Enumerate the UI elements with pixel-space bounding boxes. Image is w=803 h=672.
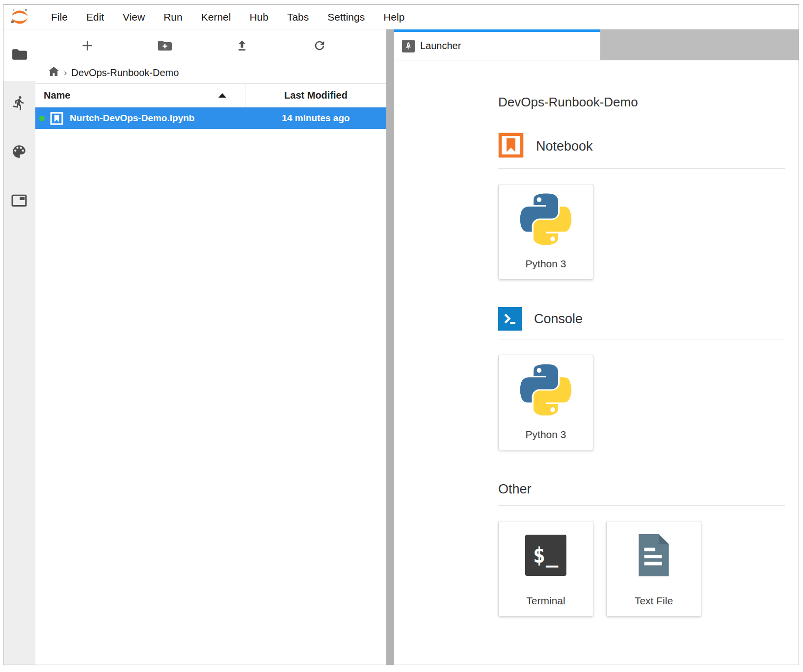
activity-sidebar bbox=[3, 29, 35, 665]
tab-launcher[interactable]: Launcher bbox=[394, 29, 600, 60]
launcher-panel: DevOps-Runbook-Demo Notebook bbox=[394, 60, 799, 665]
home-icon[interactable] bbox=[48, 66, 59, 79]
open-tabs-icon[interactable] bbox=[11, 194, 27, 209]
console-cards: Python 3 bbox=[498, 355, 785, 450]
menu-edit[interactable]: Edit bbox=[77, 11, 113, 23]
refresh-icon[interactable] bbox=[312, 38, 327, 53]
notebook-cards: Python 3 bbox=[498, 184, 785, 280]
section-header-console: Console bbox=[498, 307, 785, 331]
file-list-empty-area bbox=[35, 129, 386, 665]
file-row-selected[interactable]: Nurtch-DevOps-Demo.ipynb 14 minutes ago bbox=[35, 107, 386, 129]
upload-icon[interactable] bbox=[234, 38, 250, 53]
section-divider bbox=[498, 339, 785, 339]
panel-splitter-handle[interactable] bbox=[386, 29, 394, 665]
column-header-name[interactable]: Name bbox=[35, 84, 245, 107]
python-logo-icon bbox=[520, 363, 572, 417]
commands-palette-icon[interactable] bbox=[11, 143, 27, 162]
main-area: › DevOps-Runbook-Demo Name Last Modified bbox=[3, 29, 799, 665]
section-label-console: Console bbox=[534, 311, 583, 327]
breadcrumb: › DevOps-Runbook-Demo bbox=[35, 62, 386, 83]
file-browser-panel: › DevOps-Runbook-Demo Name Last Modified bbox=[35, 29, 386, 665]
file-browser-toolbar bbox=[35, 29, 386, 62]
running-sessions-icon[interactable] bbox=[11, 95, 27, 113]
dock-tab-bar: Launcher bbox=[394, 29, 799, 60]
terminal-icon: $_ bbox=[525, 535, 566, 576]
breadcrumb-separator: › bbox=[64, 67, 67, 78]
file-last-modified: 14 minutes ago bbox=[282, 113, 349, 124]
menu-view[interactable]: View bbox=[113, 11, 154, 23]
card-label-python3: Python 3 bbox=[526, 429, 566, 440]
launcher-rocket-icon bbox=[402, 40, 415, 52]
file-row-name-cell: Nurtch-DevOps-Demo.ipynb bbox=[35, 107, 245, 129]
launcher-card-terminal[interactable]: $_ Terminal bbox=[498, 521, 593, 617]
dock-panel: Launcher DevOps-Runbook-Demo Notebook bbox=[394, 29, 799, 665]
name-column-label: Name bbox=[44, 90, 70, 101]
launcher-cwd-title: DevOps-Runbook-Demo bbox=[498, 95, 785, 110]
menu-kernel[interactable]: Kernel bbox=[192, 11, 241, 23]
tab-launcher-label: Launcher bbox=[420, 40, 461, 52]
new-launcher-plus-icon[interactable] bbox=[80, 38, 95, 53]
file-name: Nurtch-DevOps-Demo.ipynb bbox=[70, 113, 194, 124]
menu-help[interactable]: Help bbox=[374, 11, 414, 23]
breadcrumb-current-folder[interactable]: DevOps-Runbook-Demo bbox=[71, 67, 179, 78]
python-logo-icon bbox=[520, 193, 572, 247]
sort-ascending-icon bbox=[218, 93, 226, 98]
card-label-terminal: Terminal bbox=[526, 595, 565, 607]
last-modified-column-label: Last Modified bbox=[284, 90, 348, 101]
file-list-header: Name Last Modified bbox=[35, 83, 386, 107]
menu-bar: File Edit View Run Kernel Hub Tabs Setti… bbox=[3, 5, 799, 29]
menu-file[interactable]: File bbox=[42, 11, 77, 23]
card-label-text-file: Text File bbox=[635, 595, 673, 607]
notebook-file-icon bbox=[50, 112, 63, 125]
kernel-running-dot bbox=[39, 116, 45, 121]
console-icon bbox=[498, 307, 522, 331]
new-folder-icon[interactable] bbox=[157, 38, 173, 53]
launcher-card-console-python3[interactable]: Python 3 bbox=[498, 355, 593, 450]
folder-icon bbox=[12, 48, 27, 63]
jupyterlab-window: File Edit View Run Kernel Hub Tabs Setti… bbox=[3, 4, 799, 665]
section-header-other: Other bbox=[498, 482, 785, 497]
section-label-notebook: Notebook bbox=[536, 139, 593, 154]
column-header-last-modified[interactable]: Last Modified bbox=[245, 84, 386, 107]
section-label-other: Other bbox=[498, 482, 532, 497]
menu-run[interactable]: Run bbox=[154, 11, 192, 23]
section-header-notebook: Notebook bbox=[498, 132, 785, 160]
card-label-python3: Python 3 bbox=[526, 258, 566, 270]
file-row-modified-cell: 14 minutes ago bbox=[245, 107, 386, 129]
section-divider bbox=[498, 505, 785, 506]
menu-settings[interactable]: Settings bbox=[318, 11, 374, 23]
sidebar-tab-file-browser[interactable] bbox=[3, 29, 35, 81]
section-divider bbox=[498, 168, 785, 169]
launcher-card-notebook-python3[interactable]: Python 3 bbox=[498, 184, 593, 280]
menu-hub[interactable]: Hub bbox=[240, 11, 278, 23]
text-file-icon bbox=[636, 534, 671, 579]
jupyter-logo-icon bbox=[10, 8, 29, 26]
other-cards: $_ Terminal T bbox=[498, 521, 785, 617]
launcher-card-text-file[interactable]: Text File bbox=[606, 521, 701, 617]
notebook-icon bbox=[498, 132, 524, 160]
menu-tabs[interactable]: Tabs bbox=[278, 11, 318, 23]
